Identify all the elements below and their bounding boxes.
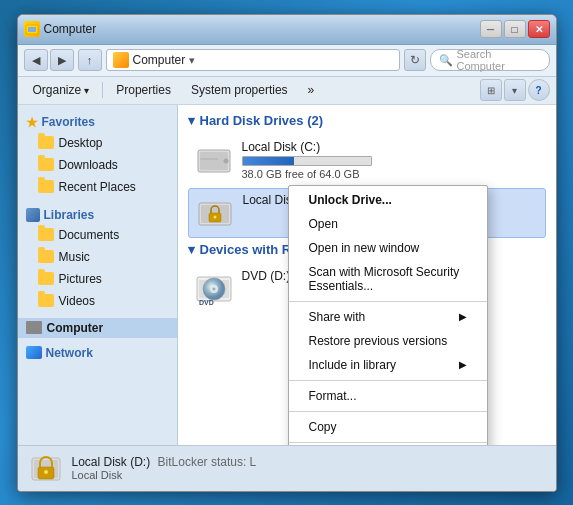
- search-icon: 🔍: [439, 54, 453, 67]
- sidebar-libraries-header[interactable]: Libraries: [18, 204, 177, 224]
- computer-label: Computer: [47, 321, 104, 335]
- address-path[interactable]: Computer ▾: [106, 49, 400, 71]
- submenu-arrow-icon: ▶: [459, 311, 467, 322]
- svg-rect-1: [28, 27, 36, 32]
- context-menu: Unlock Drive...OpenOpen in new windowSca…: [288, 185, 488, 445]
- minimize-button[interactable]: ─: [480, 20, 502, 38]
- context-menu-separator: [289, 442, 487, 443]
- context-menu-item[interactable]: Open: [289, 212, 487, 236]
- svg-text:DVD: DVD: [199, 299, 214, 306]
- downloads-label: Downloads: [59, 158, 118, 172]
- sidebar-item-documents[interactable]: Documents: [18, 224, 177, 246]
- chevron-down-icon-2: ▾: [188, 242, 195, 257]
- context-menu-item[interactable]: Format...: [289, 384, 487, 408]
- drive-c-name: Local Disk (C:): [242, 140, 540, 154]
- sidebar-network-header[interactable]: Network: [18, 342, 177, 362]
- pictures-icon: [38, 271, 54, 287]
- status-info: Local Disk (D:) BitLocker status: L Loca…: [72, 455, 257, 481]
- close-button[interactable]: ✕: [528, 20, 550, 38]
- drive-c-bar-container: [242, 156, 372, 166]
- network-section: Network: [18, 342, 177, 362]
- star-icon: ★: [26, 115, 38, 130]
- sidebar-computer-header[interactable]: Computer: [18, 318, 177, 338]
- sidebar-item-desktop[interactable]: Desktop: [18, 132, 177, 154]
- computer-section: Computer: [18, 318, 177, 338]
- libraries-icon: [26, 208, 40, 222]
- more-button[interactable]: »: [299, 79, 324, 101]
- context-menu-separator: [289, 411, 487, 412]
- main-area: ★ Favorites Desktop Downloads Recent Pl: [18, 105, 556, 445]
- sidebar-favorites-header[interactable]: ★ Favorites: [18, 111, 177, 132]
- chevron-down-icon: ▾: [188, 113, 195, 128]
- forward-button[interactable]: ▶: [50, 49, 74, 71]
- network-icon: [26, 346, 42, 359]
- svg-point-19: [44, 470, 48, 474]
- maximize-button[interactable]: □: [504, 20, 526, 38]
- context-menu-item[interactable]: Copy: [289, 415, 487, 439]
- hard-disk-section-label: Hard Disk Drives (2): [200, 113, 324, 128]
- sidebar-item-music[interactable]: Music: [18, 246, 177, 268]
- window-title: Computer: [44, 22, 480, 36]
- view-options-button[interactable]: ⊞: [480, 79, 502, 101]
- hard-disk-section-header[interactable]: ▾ Hard Disk Drives (2): [188, 113, 546, 128]
- explorer-window: Computer ─ □ ✕ ◀ ▶ ↑ Computer ▾ ↻ 🔍 Sear…: [17, 14, 557, 492]
- context-menu-item[interactable]: Include in library▶: [289, 353, 487, 377]
- drive-c-icon: [194, 140, 234, 180]
- computer-sidebar-icon: [26, 321, 42, 334]
- nav-buttons: ◀ ▶: [24, 49, 74, 71]
- svg-rect-5: [200, 158, 218, 160]
- sidebar-item-downloads[interactable]: Downloads: [18, 154, 177, 176]
- context-menu-item[interactable]: Restore previous versions: [289, 329, 487, 353]
- title-bar: Computer ─ □ ✕: [18, 15, 556, 45]
- title-controls: ─ □ ✕: [480, 20, 550, 38]
- help-button[interactable]: ?: [528, 79, 550, 101]
- drive-c-free: 38.0 GB free of 64.0 GB: [242, 168, 540, 180]
- search-box[interactable]: 🔍 Search Computer: [430, 49, 550, 71]
- context-menu-item[interactable]: Scan with Microsoft Security Essentials.…: [289, 260, 487, 298]
- desktop-icon: [38, 135, 54, 151]
- documents-icon: [38, 227, 54, 243]
- desktop-label: Desktop: [59, 136, 103, 150]
- svg-point-14: [212, 287, 215, 290]
- context-menu-item[interactable]: Unlock Drive...: [289, 188, 487, 212]
- libraries-section: Libraries Documents Music Pictures Video…: [18, 204, 177, 312]
- address-bar: ◀ ▶ ↑ Computer ▾ ↻ 🔍 Search Computer: [18, 45, 556, 77]
- sidebar-item-recent-places[interactable]: Recent Places: [18, 176, 177, 198]
- status-name: Local Disk (D:) BitLocker status: L: [72, 455, 257, 469]
- downloads-icon: [38, 157, 54, 173]
- refresh-button[interactable]: ↻: [404, 49, 426, 71]
- properties-button[interactable]: Properties: [107, 79, 180, 101]
- computer-icon: [113, 52, 129, 68]
- music-icon: [38, 249, 54, 265]
- status-lock-icon: [28, 450, 64, 486]
- back-button[interactable]: ◀: [24, 49, 48, 71]
- svg-point-9: [213, 215, 216, 218]
- status-sub: Local Disk: [72, 469, 257, 481]
- toolbar-separator: [102, 82, 103, 98]
- recent-places-icon: [38, 179, 54, 195]
- drive-c-bar: [243, 157, 294, 165]
- sidebar: ★ Favorites Desktop Downloads Recent Pl: [18, 105, 178, 445]
- context-menu-item[interactable]: Share with▶: [289, 305, 487, 329]
- network-label: Network: [46, 346, 93, 360]
- up-button[interactable]: ↑: [78, 49, 102, 71]
- context-menu-separator: [289, 380, 487, 381]
- organize-button[interactable]: Organize ▾: [24, 79, 99, 101]
- search-placeholder: Search Computer: [457, 48, 541, 72]
- sidebar-item-videos[interactable]: Videos: [18, 290, 177, 312]
- svg-point-4: [223, 158, 228, 163]
- drive-d-icon: [195, 193, 235, 233]
- drive-c-item[interactable]: Local Disk (C:) 38.0 GB free of 64.0 GB: [188, 136, 546, 184]
- sidebar-item-pictures[interactable]: Pictures: [18, 268, 177, 290]
- libraries-label: Libraries: [44, 208, 95, 222]
- recent-places-label: Recent Places: [59, 180, 136, 194]
- content-area: ▾ Hard Disk Drives (2) Local Disk (C:): [178, 105, 556, 445]
- window-icon: [24, 21, 40, 37]
- context-menu-item[interactable]: Open in new window: [289, 236, 487, 260]
- status-bar: Local Disk (D:) BitLocker status: L Loca…: [18, 445, 556, 491]
- address-text: Computer: [133, 53, 186, 67]
- dvd-icon: DVD: [194, 269, 234, 309]
- view-toggle-button[interactable]: ▾: [504, 79, 526, 101]
- system-properties-button[interactable]: System properties: [182, 79, 297, 101]
- context-menu-separator: [289, 301, 487, 302]
